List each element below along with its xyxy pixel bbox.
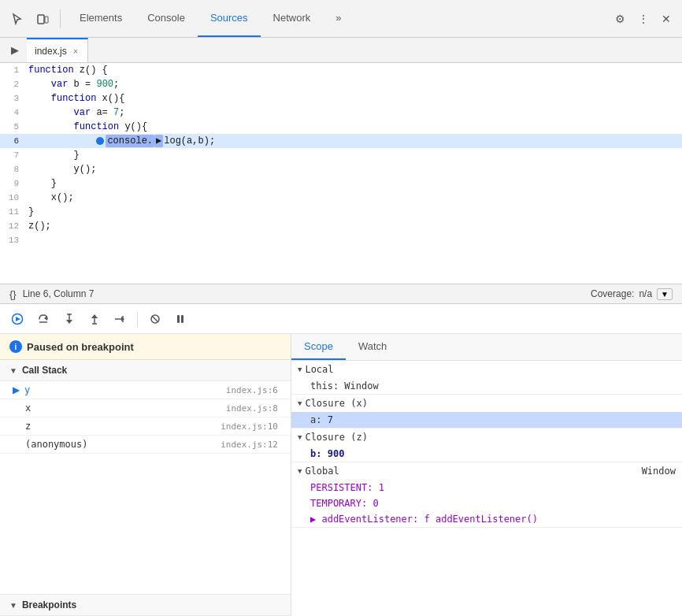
tab-network[interactable]: Network	[261, 0, 324, 37]
svg-rect-18	[181, 315, 183, 323]
coverage-section: Coverage: n/a ▼	[591, 288, 673, 300]
line-num-13: 13	[0, 233, 28, 247]
svg-marker-3	[16, 317, 20, 321]
step-over-button[interactable]	[32, 309, 55, 329]
toolbar-right: ⚙ ⋮ ✕	[610, 9, 676, 28]
line-num-9: 9	[0, 176, 28, 191]
tab-watch[interactable]: Watch	[346, 334, 399, 360]
scope-section-global: ▼ Global Window PERSISTENT: 1 TEMPORARY:…	[291, 462, 682, 528]
stack-item-x[interactable]: x index.js:8	[0, 399, 291, 417]
paused-text: Paused on breakpoint	[27, 341, 134, 353]
scope-closure-x-header[interactable]: ▼ Closure (x)	[291, 395, 682, 412]
call-stack-header[interactable]: ▼ Call Stack	[0, 360, 291, 381]
file-tab-indexjs[interactable]: index.js ×	[27, 38, 88, 62]
status-bar: {} Line 6, Column 7 Coverage: n/a ▼	[0, 284, 682, 304]
code-line-8: 8 y();	[0, 162, 682, 176]
scope-persistent-key: PERSISTENT:	[310, 482, 379, 493]
more-options-button[interactable]: ⋮	[633, 9, 654, 28]
scope-section-closure-z: ▼ Closure (z) b: 900	[291, 429, 682, 462]
select-element-btn[interactable]	[6, 9, 28, 28]
line-num-1: 1	[0, 63, 28, 77]
scope-addeventlistener-val: f addEventListener()	[424, 514, 539, 525]
scope-a-val: 7	[328, 414, 333, 425]
file-tab-bar: ▶ index.js ×	[0, 38, 682, 63]
code-editor[interactable]: 1 function z() { 2 var b = 900; 3 functi…	[0, 63, 682, 284]
scope-closure-z-header[interactable]: ▼ Closure (z)	[291, 429, 682, 446]
scope-local-this: this: Window	[291, 378, 682, 394]
scope-closure-z-b: b: 900	[291, 446, 682, 462]
scope-global-temporary: TEMPORARY: 0	[291, 495, 682, 511]
stack-item-z[interactable]: z index.js:10	[0, 417, 291, 436]
breakpoints-label: Breakpoints	[22, 599, 76, 610]
scope-global-addeventlistener[interactable]: ▶ addEventListener: f addEventListener()	[291, 511, 682, 527]
scope-addeventlistener-key: ▶ addEventListener:	[310, 514, 424, 525]
debug-separator	[137, 311, 138, 327]
tab-sources[interactable]: Sources	[198, 0, 261, 37]
file-tab-name: index.js	[35, 46, 67, 57]
svg-marker-7	[66, 320, 72, 324]
coverage-dropdown-btn[interactable]: ▼	[657, 288, 673, 300]
close-devtools-button[interactable]: ✕	[657, 9, 676, 28]
svg-rect-1	[45, 17, 48, 23]
scope-local-header[interactable]: ▼ Local	[291, 361, 682, 378]
scope-global-header[interactable]: ▼ Global Window	[291, 462, 682, 480]
line-num-7: 7	[0, 148, 28, 162]
line-num-3: 3	[0, 91, 28, 106]
scope-temporary-val: 0	[373, 498, 378, 509]
line-content-3: function x(){	[28, 91, 682, 106]
line-num-10: 10	[0, 191, 28, 205]
line-content-12: z();	[28, 219, 682, 233]
line-content-5: function y(){	[28, 120, 682, 134]
left-panel: i Paused on breakpoint ▼ Call Stack ▶ y …	[0, 334, 291, 616]
tab-more[interactable]: »	[323, 0, 354, 37]
stack-location-anonymous: index.js:12	[221, 440, 278, 450]
step-into-button[interactable]	[58, 310, 80, 328]
code-line-4: 4 var a= 7;	[0, 106, 682, 120]
line-num-2: 2	[0, 77, 28, 91]
line-content-2: var b = 900;	[28, 77, 682, 91]
scope-this-key: this:	[310, 380, 344, 391]
cursor-position: Line 6, Column 7	[23, 288, 95, 299]
file-tab-close-button[interactable]: ×	[72, 46, 80, 56]
line-content-6: console.▶log(a,b);	[28, 134, 682, 148]
toolbar-divider-1	[60, 9, 61, 28]
paused-banner: i Paused on breakpoint	[0, 334, 291, 360]
stack-fn-name-y: y	[24, 384, 226, 395]
line-content-1: function z() {	[28, 63, 682, 77]
tab-elements[interactable]: Elements	[67, 0, 135, 37]
tab-console[interactable]: Console	[135, 0, 198, 37]
svg-line-16	[152, 316, 158, 322]
breakpoints-header[interactable]: ▼ Breakpoints	[0, 595, 291, 616]
code-line-2: 2 var b = 900;	[0, 77, 682, 91]
main-tab-nav: Elements Console Sources Network »	[67, 0, 354, 37]
pause-on-exceptions-button[interactable]	[169, 310, 191, 328]
deactivate-breakpoints-button[interactable]	[144, 310, 166, 328]
settings-button[interactable]: ⚙	[610, 9, 630, 28]
bottom-panel: i Paused on breakpoint ▼ Call Stack ▶ y …	[0, 334, 682, 616]
stack-item-y[interactable]: ▶ y index.js:6	[0, 381, 291, 399]
step-out-button[interactable]	[83, 310, 106, 328]
coverage-value: n/a	[639, 288, 652, 299]
scope-a-key: a:	[310, 414, 328, 425]
scope-local-chevron: ▼	[298, 366, 302, 373]
tab-scope[interactable]: Scope	[291, 334, 346, 360]
debug-controls	[0, 304, 682, 334]
scope-b-val: 900	[328, 448, 345, 459]
right-panel: Scope Watch ▼ Local this: Window	[291, 334, 682, 616]
code-line-9: 9 }	[0, 176, 682, 191]
line-content-9: }	[28, 176, 682, 191]
resume-button[interactable]	[6, 310, 28, 328]
code-line-13: 13	[0, 233, 682, 247]
device-toggle-btn[interactable]	[32, 9, 54, 28]
open-file-button[interactable]: ▶	[6, 43, 24, 58]
code-line-11: 11 }	[0, 205, 682, 219]
line-content-11: }	[28, 205, 682, 219]
code-line-5: 5 function y(){	[0, 120, 682, 134]
scope-b-key: b:	[310, 448, 328, 459]
breakpoint-dot	[96, 137, 104, 145]
step-button[interactable]	[109, 310, 131, 328]
scope-local-label: Local	[305, 364, 333, 375]
devtools-toolbar: Elements Console Sources Network » ⚙ ⋮ ✕	[0, 0, 682, 38]
scope-global-window: Window	[642, 466, 676, 477]
stack-item-anonymous[interactable]: (anonymous) index.js:12	[0, 436, 291, 454]
